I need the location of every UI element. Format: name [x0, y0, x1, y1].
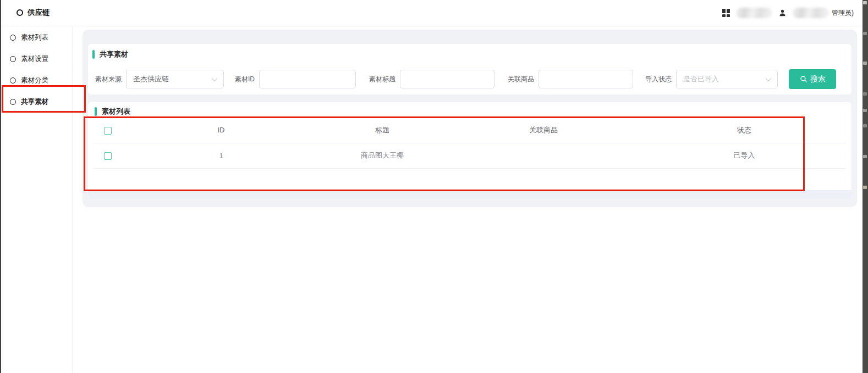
- filter-form: 素材来源 圣杰供应链 素材ID 素材标题 关联商品 导入状态: [95, 69, 836, 89]
- related-product-label: 关联商品: [508, 75, 534, 84]
- material-id-input[interactable]: [260, 70, 355, 88]
- annotation-box-materials-table: [84, 116, 805, 191]
- app-window: 供应链 管理员) 素材列表 素材设置 素材分类 共享素材: [0, 0, 868, 373]
- related-product-input[interactable]: [539, 70, 633, 88]
- sidebar-divider: [73, 27, 73, 373]
- apps-grid-icon[interactable]: [722, 9, 730, 17]
- logo-circle-icon: [17, 9, 23, 16]
- redacted-username: [793, 8, 829, 18]
- material-title-input[interactable]: [400, 70, 494, 88]
- app-title: 供应链: [28, 8, 50, 18]
- circle-icon: [10, 56, 16, 62]
- sidebar-item-label: 素材列表: [21, 33, 48, 42]
- top-header: 供应链 管理员): [1, 0, 862, 26]
- circle-icon: [10, 35, 16, 41]
- header-user-area: 管理员): [722, 5, 854, 20]
- material-source-label: 素材来源: [95, 75, 122, 84]
- chevron-down-icon: [765, 75, 771, 81]
- sidebar-item-material-settings[interactable]: 素材设置: [1, 48, 73, 70]
- sidebar-item-label: 素材设置: [21, 54, 48, 64]
- material-source-select[interactable]: 圣杰供应链: [126, 70, 224, 88]
- section-title-text: 素材列表: [102, 107, 130, 116]
- circle-icon: [10, 77, 16, 83]
- table-footer-strip: [88, 190, 851, 199]
- user-person-icon[interactable]: [778, 9, 787, 17]
- sidebar-item-material-list[interactable]: 素材列表: [1, 27, 73, 48]
- user-role-suffix: 管理员): [832, 8, 854, 18]
- section-title-shared-materials: 共享素材: [92, 49, 128, 59]
- section-title-text: 共享素材: [100, 49, 128, 59]
- window-right-edge-strip: [862, 0, 868, 373]
- sidebar: 素材列表 素材设置 素材分类 共享素材: [1, 27, 73, 373]
- section-title-material-list: 素材列表: [95, 107, 130, 116]
- import-status-placeholder: 是否已导入: [683, 74, 719, 84]
- accent-bar: [95, 107, 97, 116]
- related-product-field: [539, 70, 633, 88]
- annotation-box-sidebar-shared-materials: [2, 85, 86, 113]
- chevron-down-icon: [211, 75, 217, 81]
- search-button-label: 搜索: [811, 74, 826, 84]
- sidebar-item-label: 素材分类: [21, 76, 48, 85]
- shared-materials-filter-card: 共享素材 素材来源 圣杰供应链 素材ID 素材标题 关联商品: [88, 44, 851, 94]
- material-title-label: 素材标题: [369, 75, 395, 84]
- accent-bar: [92, 50, 95, 59]
- search-button[interactable]: 搜索: [789, 69, 836, 89]
- redacted-shop-name: [736, 8, 772, 18]
- material-id-label: 素材ID: [235, 75, 255, 84]
- search-icon: [800, 75, 807, 83]
- material-id-field: [259, 70, 356, 88]
- material-source-value: 圣杰供应链: [133, 74, 169, 84]
- app-logo: 供应链: [17, 8, 50, 18]
- import-status-label: 导入状态: [645, 75, 672, 84]
- import-status-select[interactable]: 是否已导入: [676, 70, 778, 88]
- material-title-field: [400, 70, 495, 88]
